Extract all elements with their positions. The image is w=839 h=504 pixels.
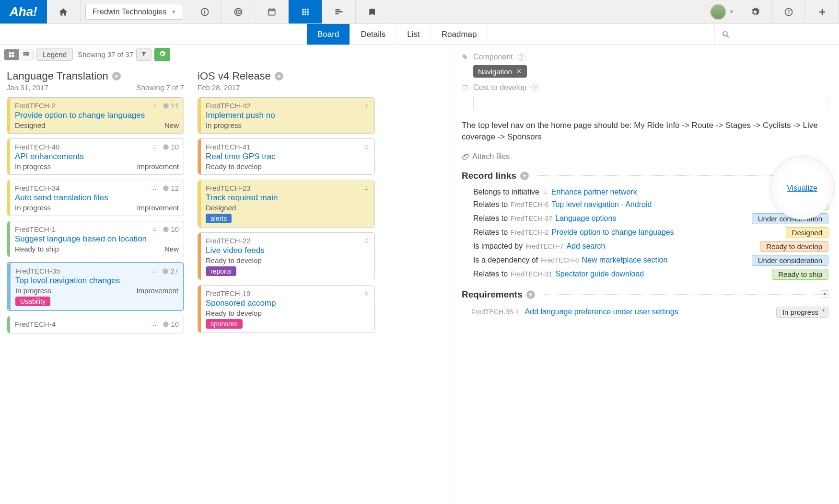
link-name[interactable]: Top level navigation - Android (551, 200, 652, 209)
card[interactable]: FredTECH-42 ⛬ Implement push no In progr… (198, 97, 375, 134)
hierarchy-icon: ⛬ (363, 143, 370, 150)
help-button[interactable]: ? (772, 0, 805, 23)
card-title[interactable]: Provide option to change languages (15, 111, 179, 120)
help-icon[interactable]: ? (518, 53, 525, 61)
chip-remove-icon[interactable]: ✕ (516, 67, 522, 76)
card-title[interactable]: Suggest language based on location (15, 234, 179, 244)
svg-text:?: ? (787, 9, 790, 15)
requirement-status-select[interactable]: In progress (776, 307, 828, 318)
card[interactable]: FredTECH-4 ⛬ 10 (7, 316, 184, 333)
user-menu[interactable] (706, 0, 738, 23)
card-ref: FredTECH-40 (15, 143, 59, 151)
filter-button[interactable] (136, 48, 151, 61)
logo[interactable]: Aha! (0, 0, 47, 23)
add-card-button[interactable]: + (112, 72, 121, 80)
card-title[interactable]: Sponsored accomp (206, 298, 370, 308)
card-tag: Usability (15, 297, 50, 306)
add-card-button[interactable]: + (275, 72, 283, 80)
card-title[interactable]: Live video feeds (206, 246, 370, 255)
card[interactable]: FredTECH-2 ⛬ 11 Provide option to change… (7, 97, 184, 134)
card[interactable]: FredTECH-40 ⛬ 10 API enhancements In pro… (7, 138, 184, 175)
calendar-button[interactable] (255, 0, 289, 23)
link-name[interactable]: Language options (555, 214, 616, 223)
card-type: New (164, 121, 179, 129)
link-name[interactable]: Enhance partner network (551, 188, 637, 196)
card-ref: FredTECH-22 (206, 237, 250, 245)
target-button[interactable] (221, 0, 255, 23)
svg-rect-17 (304, 13, 306, 15)
gantt-button[interactable] (322, 0, 356, 23)
component-chip[interactable]: Navigation ✕ (473, 65, 527, 78)
card-title[interactable]: Track required main (206, 193, 370, 203)
tag-icon (462, 54, 468, 60)
svg-point-5 (237, 11, 239, 12)
svg-rect-32 (23, 52, 25, 53)
card[interactable]: FredTECH-19 ⛬ Sponsored accomp Ready to … (198, 285, 375, 333)
grid-button[interactable] (289, 0, 322, 23)
link-name[interactable]: New marketplace section (582, 256, 668, 264)
help-icon[interactable]: ? (531, 84, 539, 92)
link-relation: Relates to (473, 200, 508, 209)
svg-point-42 (163, 268, 168, 274)
search-box[interactable] (714, 24, 839, 45)
link-ref: FredTECH-6 (511, 201, 548, 208)
add-requirement-button[interactable]: + (526, 290, 535, 299)
view-small-cards[interactable] (19, 49, 33, 60)
attach-files[interactable]: Attach files (462, 152, 828, 161)
view-large-cards[interactable] (4, 49, 19, 60)
card-title[interactable]: Top level navigation changes (15, 276, 178, 286)
add-button[interactable] (805, 0, 839, 23)
plus-icon (817, 7, 827, 17)
link-name[interactable]: Add search (567, 242, 606, 251)
tab-list[interactable]: List (396, 24, 431, 45)
card[interactable]: FredTECH-35 ⛬ 27 Top level navigation ch… (7, 262, 184, 311)
legend-button[interactable]: Legend (36, 48, 73, 61)
card-status: Ready to develop (206, 309, 262, 317)
link-name[interactable]: Spectator guide download (555, 270, 644, 278)
workspace-select[interactable]: Fredwin Technologies (85, 4, 183, 20)
hierarchy-icon: ⛬ (151, 267, 157, 275)
svg-rect-35 (23, 54, 25, 55)
card-type: Improvement (137, 204, 179, 212)
add-link-button[interactable]: + (520, 172, 529, 180)
gantt-icon (334, 7, 344, 17)
link-relation: Is a dependency of (473, 256, 538, 264)
link-relation: Belongs to initiative (473, 188, 539, 196)
hierarchy-icon: ⛬ (151, 143, 158, 150)
card-title[interactable]: Implement push no (206, 111, 370, 120)
collapse-button[interactable]: ▾ (821, 290, 828, 298)
home-button[interactable] (47, 0, 81, 23)
component-label: Component (473, 53, 513, 61)
card-count: 10 (163, 225, 179, 233)
card-title[interactable]: Real time GPS trac (206, 152, 370, 161)
card[interactable]: FredTECH-1 ⛬ 10 Suggest language based o… (7, 221, 184, 257)
tab-board[interactable]: Board (307, 24, 350, 45)
svg-rect-33 (25, 52, 27, 53)
card-title[interactable]: Auto send translation files (15, 193, 179, 203)
card[interactable]: FredTECH-22 ⛬ Live video feeds Ready to … (198, 232, 375, 280)
info-button[interactable] (188, 0, 221, 23)
settings-button[interactable] (738, 0, 772, 23)
book-icon (368, 7, 377, 17)
status-badge: Designed (786, 227, 828, 238)
link-name[interactable]: Provide option to change languages (551, 228, 674, 237)
hierarchy-icon: ⛬ (363, 237, 370, 244)
board-column: Language Translation + Jan 31, 2017 Show… (7, 70, 184, 338)
card-title[interactable]: API enhancements (15, 152, 179, 161)
tab-roadmap[interactable]: Roadmap (431, 24, 488, 45)
card[interactable]: FredTECH-23 ⛬ Track required main Design… (198, 180, 375, 228)
card[interactable]: FredTECH-41 ⛬ Real time GPS trac Ready t… (198, 138, 375, 175)
record-links-header: Record links + Visualize (462, 171, 828, 181)
requirement-name[interactable]: Add language preference under user setti… (525, 308, 678, 316)
cost-input[interactable] (473, 96, 828, 110)
small-grid-icon (23, 51, 29, 58)
card-ref: FredTECH-19 (206, 289, 250, 298)
book-button[interactable] (356, 0, 389, 23)
card[interactable]: FredTECH-34 ⛬ 12 Auto send translation f… (7, 180, 184, 216)
hierarchy-icon: ⛬ (542, 188, 548, 195)
link-ref: FredTECH-8 (541, 256, 579, 264)
card-tag: sponsors (206, 319, 243, 329)
visualize-button[interactable]: Visualize (771, 157, 833, 219)
tab-details[interactable]: Details (350, 24, 396, 45)
settings-green-button[interactable] (154, 48, 170, 61)
